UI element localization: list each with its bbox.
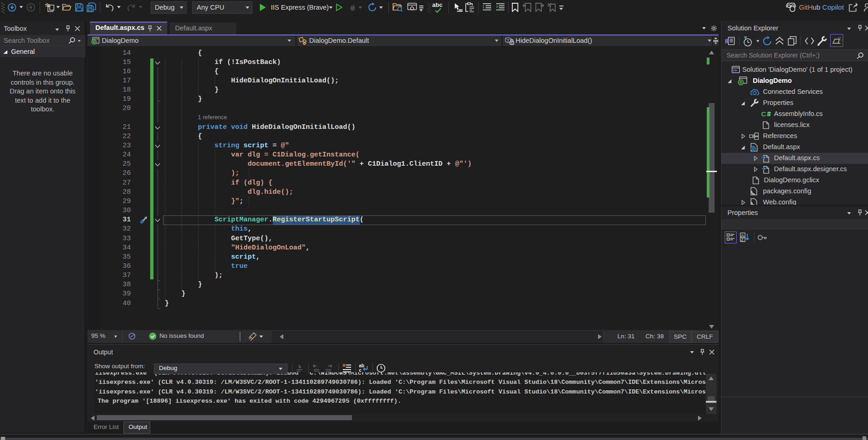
svg-text:C: C bbox=[761, 110, 766, 117]
svg-text:c: c bbox=[359, 368, 362, 373]
svg-text:Z: Z bbox=[741, 237, 744, 242]
svg-text:A: A bbox=[741, 233, 744, 237]
